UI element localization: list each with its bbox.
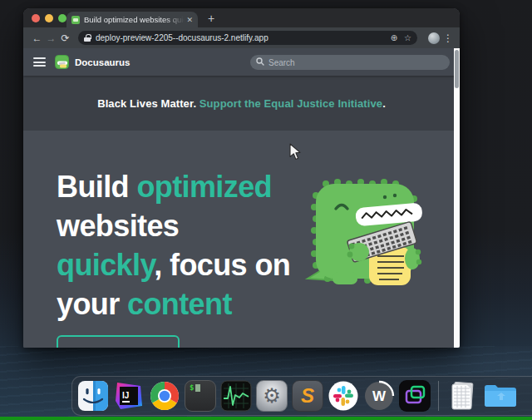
svg-text:W: W xyxy=(372,388,387,404)
announcement-banner: Black Lives Matter. Support the Equal Ju… xyxy=(23,76,460,131)
chrome-icon[interactable] xyxy=(149,380,180,412)
site-navbar: Docusaurus xyxy=(23,48,460,76)
headline-word-teal: optimized xyxy=(136,170,272,204)
mouse-cursor xyxy=(289,143,301,161)
desktop: Build optimized websites quick ✕ + ← → ⟳… xyxy=(0,0,532,420)
new-tab-button[interactable]: + xyxy=(208,11,214,27)
finder-icon[interactable] xyxy=(77,380,109,412)
tab-close-icon[interactable]: ✕ xyxy=(186,16,193,24)
headline-word: Build xyxy=(57,170,136,204)
bookmark-star-icon[interactable]: ☆ xyxy=(404,33,411,42)
forward-icon[interactable]: → xyxy=(44,32,58,44)
workplace-icon[interactable]: W xyxy=(363,380,395,412)
svg-text:IJ: IJ xyxy=(122,391,129,400)
page-scrollbar[interactable] xyxy=(454,48,460,348)
dock-divider xyxy=(438,381,439,411)
announcement-suffix: . xyxy=(382,97,386,110)
slack-icon[interactable] xyxy=(328,380,359,412)
sublime-text-icon[interactable]: S xyxy=(292,380,323,412)
reload-icon[interactable]: ⟳ xyxy=(58,32,72,44)
documents-stack-icon[interactable] xyxy=(446,380,478,412)
page-content: Docusaurus Black Lives Matter. Support t… xyxy=(23,48,460,348)
terminal-icon[interactable]: $ xyxy=(185,380,216,412)
headline-word-teal: content xyxy=(127,287,232,321)
back-icon[interactable]: ← xyxy=(30,32,44,44)
headline-word: websites xyxy=(57,209,179,243)
search-box xyxy=(250,54,450,71)
announcement-text: Black Lives Matter. Support the Equal Ju… xyxy=(97,97,386,110)
intellij-idea-icon[interactable]: IJ xyxy=(113,380,145,412)
bottom-green-strip xyxy=(0,417,532,420)
docusaurus-mascot-illustration xyxy=(304,172,437,287)
docusaurus-favicon-icon xyxy=(71,16,80,24)
site-title[interactable]: Docusaurus xyxy=(75,57,130,67)
search-icon xyxy=(256,57,264,66)
lock-icon xyxy=(84,34,91,42)
giphy-capture-icon[interactable] xyxy=(399,380,431,412)
hero-section: Build optimized websites quickly, focus … xyxy=(23,131,460,348)
minimize-window-button[interactable] xyxy=(45,14,53,22)
profile-avatar[interactable] xyxy=(428,32,440,44)
browser-toolbar: ← → ⟳ deploy-preview-2205--docusaurus-2.… xyxy=(23,27,460,48)
headline-word: , focus on xyxy=(154,248,290,282)
activity-monitor-icon[interactable] xyxy=(220,380,252,412)
docusaurus-logo-icon[interactable] xyxy=(55,55,69,69)
window-titlebar[interactable]: Build optimized websites quick ✕ + xyxy=(23,8,460,27)
zoom-window-button[interactable] xyxy=(58,14,66,22)
url-text[interactable]: deploy-preview-2205--docusaurus-2.netlif… xyxy=(96,33,384,42)
dock: IJ $ ⚙ S xyxy=(71,376,532,416)
search-input[interactable] xyxy=(250,55,450,70)
hamburger-menu-icon[interactable] xyxy=(33,57,46,67)
system-preferences-icon[interactable]: ⚙ xyxy=(256,380,288,412)
get-started-button[interactable] xyxy=(57,335,180,348)
browser-menu-icon[interactable]: ⋮ xyxy=(443,32,453,44)
scrollbar-thumb[interactable] xyxy=(455,50,459,88)
page-action-icon[interactable]: ⊕ xyxy=(391,33,397,42)
announcement-prefix: Black Lives Matter. xyxy=(97,97,200,110)
downloads-folder-icon[interactable] xyxy=(482,380,519,412)
browser-window: Build optimized websites quick ✕ + ← → ⟳… xyxy=(23,8,460,348)
close-window-button[interactable] xyxy=(32,14,40,22)
hero-headline: Build optimized websites quickly, focus … xyxy=(57,167,323,324)
announcement-link[interactable]: Support the Equal Justice Initiative xyxy=(200,97,382,110)
browser-tab[interactable]: Build optimized websites quick ✕ xyxy=(66,12,198,27)
address-bar[interactable]: deploy-preview-2205--docusaurus-2.netlif… xyxy=(78,31,417,45)
headline-word-teal: quickly xyxy=(57,248,154,282)
tab-title: Build optimized websites quick xyxy=(84,15,185,24)
headline-word: your xyxy=(57,287,127,321)
